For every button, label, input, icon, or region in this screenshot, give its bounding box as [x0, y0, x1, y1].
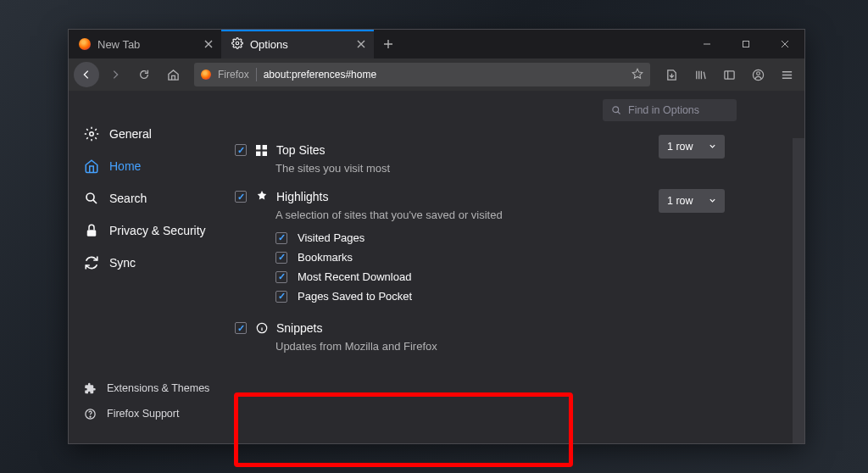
tab-newtab[interactable]: New Tab	[69, 30, 221, 58]
sidebar-item-label: Search	[109, 192, 147, 205]
content-area: General Home Search Privacy & Security S…	[69, 91, 804, 443]
svg-rect-7	[87, 230, 97, 236]
sidebar-footer-label: Extensions & Themes	[107, 382, 209, 394]
sync-icon	[84, 255, 99, 270]
svg-rect-12	[263, 145, 267, 149]
window-controls	[687, 30, 804, 58]
svg-point-5	[90, 132, 94, 136]
firefox-icon	[201, 70, 211, 80]
back-button[interactable]	[74, 62, 99, 87]
highlights-title: Highlights	[276, 190, 328, 203]
tab-label: Options	[250, 38, 288, 51]
minimize-button[interactable]	[687, 30, 726, 58]
tab-bar: New Tab Options	[69, 30, 804, 58]
grid-icon	[255, 144, 268, 157]
dropdown-value: 1 row	[667, 141, 693, 153]
highlights-visited: Visited Pages	[275, 231, 779, 244]
section-snippets: Snippets Updates from Mozilla and Firefo…	[235, 321, 779, 353]
sidebar-item-label: Home	[109, 159, 141, 173]
scrollbar[interactable]	[793, 138, 804, 443]
separator	[256, 68, 257, 81]
sidebar-item-home[interactable]: Home	[84, 150, 230, 182]
highlights-checkbox[interactable]	[235, 191, 247, 203]
firefox-icon	[79, 38, 91, 50]
nav-bar: Firefox about:preferences#home	[69, 58, 804, 91]
sidebar-item-privacy[interactable]: Privacy & Security	[84, 214, 230, 247]
topsites-desc: The sites you visit most	[275, 162, 779, 175]
chevron-down-icon	[709, 141, 716, 153]
sidebar-item-label: Sync	[109, 256, 136, 270]
highlights-icon	[255, 191, 268, 203]
chevron-down-icon	[709, 195, 716, 207]
account-icon[interactable]	[745, 62, 771, 87]
close-icon[interactable]	[203, 38, 214, 50]
svg-rect-2	[724, 70, 733, 78]
highlights-bookmarks: Bookmarks	[275, 251, 779, 264]
url-path: about:preferences#home	[264, 69, 376, 81]
sidebar-item-sync[interactable]: Sync	[84, 247, 230, 279]
topsites-checkbox[interactable]	[235, 144, 247, 156]
preferences-sidebar: General Home Search Privacy & Security S…	[69, 91, 230, 443]
highlights-rows-dropdown[interactable]: 1 row	[659, 189, 725, 213]
svg-rect-1	[743, 42, 749, 47]
svg-point-10	[613, 107, 619, 113]
question-icon	[84, 408, 97, 420]
home-icon	[84, 159, 99, 174]
lock-icon	[84, 223, 99, 238]
svg-point-0	[236, 42, 239, 45]
search-icon	[84, 191, 99, 206]
sidebar-item-general[interactable]: General	[84, 118, 230, 150]
maximize-button[interactable]	[726, 30, 765, 58]
bookmark-star-icon[interactable]	[632, 68, 643, 82]
snippets-checkbox[interactable]	[235, 322, 247, 334]
svg-rect-13	[256, 151, 260, 155]
snippets-desc: Updates from Mozilla and Firefox	[275, 340, 779, 353]
find-placeholder: Find in Options	[628, 104, 699, 116]
puzzle-icon	[84, 382, 97, 395]
sidebar-icon[interactable]	[716, 62, 742, 87]
download-checkbox[interactable]	[275, 271, 287, 283]
search-icon	[611, 105, 621, 115]
tab-label: New Tab	[97, 38, 140, 51]
sub-label: Visited Pages	[298, 231, 364, 244]
sidebar-item-label: General	[109, 127, 152, 141]
sub-label: Bookmarks	[298, 251, 353, 264]
bookmarks-checkbox[interactable]	[275, 252, 287, 264]
reload-button[interactable]	[131, 62, 157, 87]
sidebar-item-search[interactable]: Search	[84, 182, 230, 214]
sidebar-extensions[interactable]: Extensions & Themes	[84, 376, 230, 401]
find-in-options[interactable]: Find in Options	[603, 99, 737, 121]
info-icon	[255, 322, 268, 335]
svg-point-4	[756, 71, 760, 75]
newtab-button[interactable]	[374, 39, 403, 49]
close-button[interactable]	[765, 30, 804, 58]
visited-checkbox[interactable]	[275, 232, 287, 244]
url-bar[interactable]: Firefox about:preferences#home	[194, 63, 650, 86]
pocket-checkbox[interactable]	[275, 291, 287, 303]
url-prefix: Firefox	[218, 69, 249, 81]
gear-icon	[84, 126, 99, 142]
save-pocket-icon[interactable]	[659, 62, 684, 87]
main-panel: Find in Options Top Sites The sites you …	[230, 91, 804, 443]
highlights-download: Most Recent Download	[275, 270, 779, 283]
tab-options[interactable]: Options	[221, 30, 374, 58]
library-icon[interactable]	[687, 62, 713, 87]
sidebar-item-label: Privacy & Security	[109, 224, 206, 237]
dropdown-value: 1 row	[667, 195, 693, 207]
sub-label: Pages Saved to Pocket	[298, 290, 412, 303]
sidebar-support[interactable]: Firefox Support	[84, 401, 230, 426]
sidebar-footer: Extensions & Themes Firefox Support	[84, 376, 230, 426]
forward-button[interactable]	[103, 62, 128, 87]
section-highlights: Highlights A selection of sites that you…	[235, 190, 779, 303]
topsites-rows-dropdown[interactable]: 1 row	[659, 135, 725, 159]
svg-rect-11	[256, 145, 260, 149]
gear-icon	[231, 37, 243, 52]
home-button[interactable]	[160, 62, 186, 87]
topsites-title: Top Sites	[276, 143, 326, 157]
browser-window: New Tab Options F	[68, 29, 805, 444]
menu-button[interactable]	[774, 62, 799, 87]
close-icon[interactable]	[355, 38, 367, 50]
section-topsites: Top Sites The sites you visit most 1 row	[235, 143, 779, 175]
svg-rect-14	[263, 151, 267, 155]
sub-label: Most Recent Download	[298, 270, 411, 283]
